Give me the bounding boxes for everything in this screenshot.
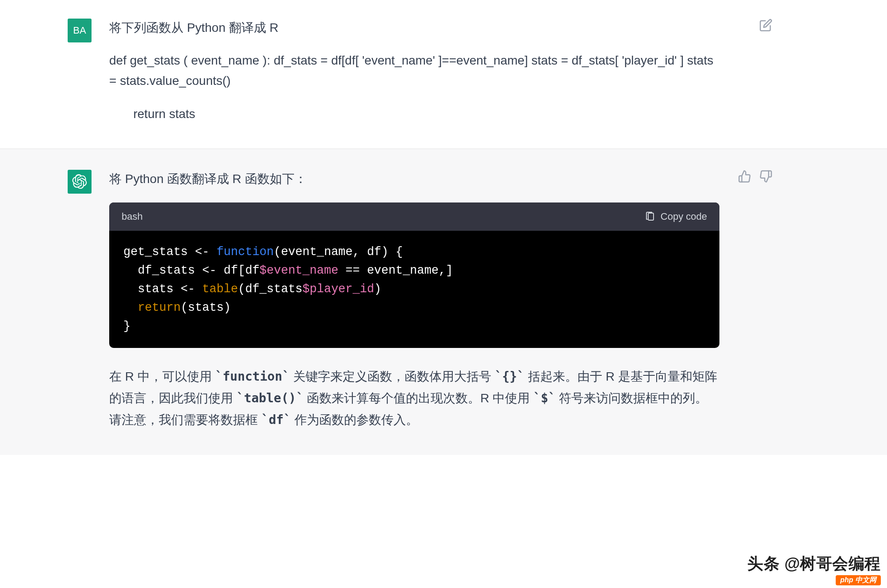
user-actions xyxy=(719,18,772,124)
user-avatar: BA xyxy=(68,19,92,42)
thumbs-down-icon[interactable] xyxy=(759,170,772,183)
assistant-row: 将 Python 函数翻译成 R 函数如下： bash Copy code ge… xyxy=(50,169,837,431)
code-block: bash Copy code get_stats <- function(eve… xyxy=(109,202,719,348)
code-header: bash Copy code xyxy=(109,202,719,231)
user-message-body: 将下列函数从 Python 翻译成 R def get_stats ( even… xyxy=(109,18,719,124)
edit-icon[interactable] xyxy=(759,19,772,32)
assistant-avatar xyxy=(68,170,92,194)
svg-rect-0 xyxy=(648,213,654,220)
copy-code-button[interactable]: Copy code xyxy=(645,209,707,225)
assistant-intro: 将 Python 函数翻译成 R 函数如下： xyxy=(109,169,719,189)
user-row: BA 将下列函数从 Python 翻译成 R def get_stats ( e… xyxy=(50,18,837,124)
thumbs-up-icon[interactable] xyxy=(738,170,751,183)
user-prompt-text: 将下列函数从 Python 翻译成 R xyxy=(109,18,719,38)
watermark-text: 头条 @树哥会编程 xyxy=(747,553,881,575)
code-language-label: bash xyxy=(122,209,143,225)
assistant-explanation: 在 R 中，可以使用 `function` 关键字来定义函数，函数体用大括号 `… xyxy=(109,366,719,431)
code-content: get_stats <- function(event_name, df) { … xyxy=(109,231,719,348)
watermark-badge: php 中文网 xyxy=(836,575,881,585)
copy-code-label: Copy code xyxy=(661,209,707,225)
assistant-actions xyxy=(719,169,772,431)
assistant-message: 将 Python 函数翻译成 R 函数如下： bash Copy code ge… xyxy=(0,149,887,455)
assistant-message-body: 将 Python 函数翻译成 R 函数如下： bash Copy code ge… xyxy=(109,169,719,431)
user-code-text-2: return stats xyxy=(109,104,719,124)
user-code-text-1: def get_stats ( event_name ): df_stats =… xyxy=(109,50,719,91)
clipboard-icon xyxy=(645,211,655,222)
openai-logo-icon xyxy=(72,174,87,189)
user-message: BA 将下列函数从 Python 翻译成 R def get_stats ( e… xyxy=(0,0,887,149)
